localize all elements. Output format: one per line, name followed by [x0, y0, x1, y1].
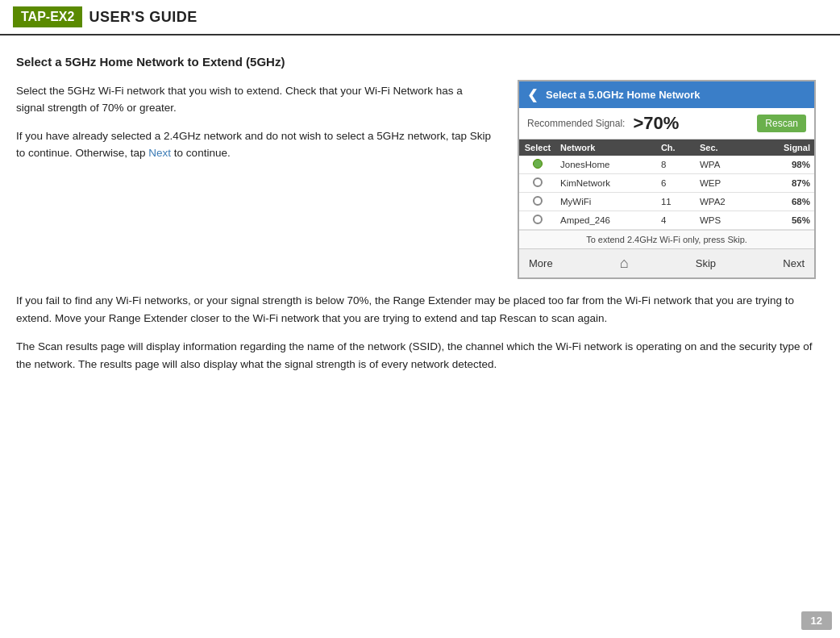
- next-button[interactable]: Next: [783, 257, 805, 269]
- skip-note: To extend 2.4GHz Wi-Fi only, press Skip.: [519, 230, 814, 248]
- signal-value: 87%: [754, 174, 814, 193]
- col-select: Select: [519, 140, 556, 156]
- guide-title: USER'S GUIDE: [89, 9, 197, 26]
- main-content: Select a 5GHz Home Network to Extend (5G…: [0, 35, 840, 400]
- radio-empty-icon: [533, 196, 543, 206]
- table-row[interactable]: JonesHome8WPA98%: [519, 156, 814, 174]
- device-footer: More ⌂ Skip Next: [519, 248, 814, 277]
- network-name: Amped_246: [556, 211, 657, 230]
- para2-after: to continue.: [171, 147, 231, 159]
- radio-cell[interactable]: [519, 193, 556, 211]
- signal-value: >70%: [633, 113, 752, 134]
- col-security: Sec.: [696, 140, 754, 156]
- header: TAP-EX2 USER'S GUIDE: [0, 0, 840, 35]
- network-name: MyWiFi: [556, 193, 657, 211]
- network-name: KimNetwork: [556, 174, 657, 193]
- col-channel: Ch.: [657, 140, 696, 156]
- device-header: ❮ Select a 5.0GHz Home Network: [519, 81, 814, 108]
- radio-cell[interactable]: [519, 174, 556, 193]
- signal-value: 98%: [754, 156, 814, 174]
- network-name: JonesHome: [556, 156, 657, 174]
- text-column: Select the 5GHz Wi-Fi network that you w…: [16, 83, 493, 279]
- rescan-link[interactable]: Rescan: [500, 312, 537, 324]
- next-link[interactable]: Next: [148, 147, 171, 159]
- back-arrow-icon[interactable]: ❮: [527, 87, 538, 102]
- rescan-button[interactable]: Rescan: [757, 115, 806, 132]
- radio-cell[interactable]: [519, 156, 556, 174]
- para3-before: If you fail to find any Wi-Fi networks, …: [16, 294, 794, 324]
- signal-row: Recommended Signal: >70% Rescan: [519, 108, 814, 140]
- col-network: Network: [556, 140, 657, 156]
- channel-value: 11: [657, 193, 696, 211]
- table-row[interactable]: MyWiFi11WPA268%: [519, 193, 814, 211]
- page-number: 12: [801, 611, 832, 630]
- more-button[interactable]: More: [529, 257, 553, 269]
- security-value: WPA2: [696, 193, 754, 211]
- security-value: WPA: [696, 156, 754, 174]
- radio-filled-icon: [533, 159, 543, 169]
- para3-after: to scan again.: [536, 312, 607, 324]
- radio-empty-icon: [533, 177, 543, 187]
- skip-button[interactable]: Skip: [696, 257, 716, 269]
- paragraph-3: If you fail to find any Wi-Fi networks, …: [16, 292, 816, 327]
- content-row: Select the 5GHz Wi-Fi network that you w…: [16, 83, 816, 279]
- paragraph-4: The Scan results page will display infor…: [16, 338, 816, 373]
- device-panel: ❮ Select a 5.0GHz Home Network Recommend…: [518, 80, 816, 279]
- paragraph-1: Select the 5GHz Wi-Fi network that you w…: [16, 83, 493, 117]
- section-title: Select a 5GHz Home Network to Extend (5G…: [16, 55, 816, 69]
- home-icon[interactable]: ⌂: [620, 255, 629, 272]
- security-value: WEP: [696, 174, 754, 193]
- table-row[interactable]: KimNetwork6WEP87%: [519, 174, 814, 193]
- col-signal: Signal: [754, 140, 814, 156]
- security-value: WPS: [696, 211, 754, 230]
- network-table: Select Network Ch. Sec. Signal JonesHome…: [519, 140, 814, 230]
- table-row[interactable]: Amped_2464WPS56%: [519, 211, 814, 230]
- signal-value: 68%: [754, 193, 814, 211]
- radio-cell[interactable]: [519, 211, 556, 230]
- channel-value: 6: [657, 174, 696, 193]
- channel-value: 8: [657, 156, 696, 174]
- lower-text: If you fail to find any Wi-Fi networks, …: [16, 292, 816, 384]
- device-header-title: Select a 5.0GHz Home Network: [546, 89, 700, 101]
- brand-label: TAP-EX2: [13, 6, 82, 27]
- signal-label: Recommended Signal:: [527, 118, 625, 129]
- signal-value: 56%: [754, 211, 814, 230]
- channel-value: 4: [657, 211, 696, 230]
- radio-empty-icon: [533, 215, 543, 224]
- para2-before: If you have already selected a 2.4GHz ne…: [16, 130, 491, 159]
- paragraph-2: If you have already selected a 2.4GHz ne…: [16, 128, 493, 162]
